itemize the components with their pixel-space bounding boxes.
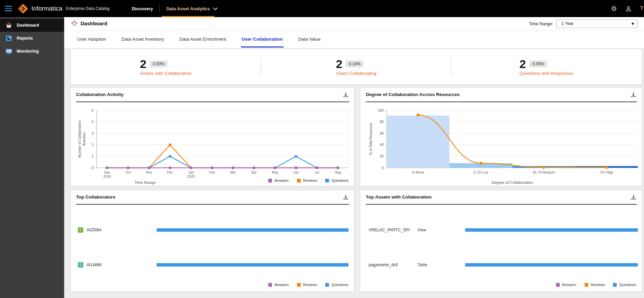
degree-of-collaboration-panel: Degree of Collaboration Across Resources… [360,87,642,186]
svg-text:Aug: Aug [335,171,341,174]
svg-text:0–None: 0–None [412,171,424,174]
download-icon[interactable] [342,91,349,98]
svg-text:16–75 Medium: 16–75 Medium [532,171,555,174]
tab-data-asset-inventory[interactable]: Data Asset Inventory [121,31,165,48]
row-label: I420064 [87,228,101,232]
svg-text:Number of CollaborationActivit: Number of CollaborationActivities [78,121,86,158]
top-assets-chart: VRELAC_PARTC_SPIViewpagamento_dcfiTable [360,205,642,292]
svg-text:Sep: Sep [104,171,110,174]
svg-text:Jan: Jan [188,171,194,174]
asset-row: VRELAC_PARTC_SPIView [360,227,642,233]
svg-text:Oct: Oct [125,171,131,174]
svg-text:80: 80 [380,120,384,124]
legend-item-answers: Answers [268,178,289,182]
nav-item-discovery[interactable]: Discovery [127,0,157,17]
sidebar-item-monitoring[interactable]: Monitoring [0,45,64,58]
svg-text:4: 4 [91,120,94,124]
top-collaborators-panel: Top Collaborators II420064II414866 Answe… [70,190,354,292]
time-range-value: 1 Year [561,21,573,26]
degree-of-collaboration-chart: 0204060801000–None1–15 Low16–75 Medium75… [360,102,642,186]
legend-item-questions: Questions [613,283,636,287]
svg-text:Feb: Feb [209,171,215,174]
svg-text:75+ High: 75+ High [600,171,613,174]
panel-title: Degree of Collaboration Across Resources [366,92,460,97]
time-range-label: Time Range: [529,22,553,26]
legend-item-questions: Questions [325,178,348,182]
topbar-icons: ⚙ ? [611,4,644,13]
chart-legend: AnswersReviewsQuestions [556,283,636,287]
svg-text:Degree of Collaboration: Degree of Collaboration [491,180,533,185]
sidebar-item-dashboard[interactable]: Dashboard [0,19,64,32]
svg-text:2: 2 [91,143,94,147]
legend-swatch [585,283,588,287]
kpi-change-badge: 0.14% [346,60,363,67]
chart-legend: AnswersReviewsQuestions [268,178,348,182]
page-title: Dashboard [81,21,107,26]
kpi-label-link[interactable]: Users Collaborating [336,71,376,76]
legend-swatch [297,283,301,287]
svg-text:20: 20 [380,154,384,158]
time-range-dropdown[interactable]: 1 Year ▼ [556,19,638,28]
svg-text:3: 3 [91,132,94,135]
svg-text:40: 40 [380,143,384,147]
user-initial-badge: I [78,227,83,233]
row-label: VRELAC_PARTC_SPI [369,228,410,232]
kpi-assets-with-collaboration: 2 0.00% Assets with Collaboration [71,49,261,84]
legend-swatch [325,179,329,182]
kpi-label-link[interactable]: Questions and Responses [519,71,573,76]
chart-legend: AnswersReviewsQuestions [268,283,348,287]
sidebar-item-reports[interactable]: Reports [0,32,64,45]
legend-swatch [268,283,272,287]
row-label: I414866 [87,262,101,267]
questions-bar [465,263,638,267]
tab-user-collaboration[interactable]: User Collaboration [241,31,284,48]
svg-text:% of Total Resources: % of Total Resources [369,123,373,155]
collaborator-row: II420064 [71,227,354,233]
download-icon[interactable] [630,194,637,201]
main-content: Dashboard Time Range: 1 Year ▼ User Adop… [64,17,644,298]
sidebar-item-label: Reports [17,36,33,41]
legend-item-answers: Answers [556,283,576,287]
legend-swatch [613,283,617,287]
tab-data-asset-enrichment[interactable]: Data Asset Enrichment [178,31,227,48]
bar-line-chart-svg: 0204060801000–None1–15 Low16–75 Medium75… [360,102,642,187]
questions-bar [157,228,348,232]
chevron-down-icon[interactable] [213,7,218,10]
nav-item-data-asset-analytics[interactable]: Data Asset Analytics [162,0,214,17]
tab-data-value[interactable]: Data Value [298,31,321,48]
kpi-label-link[interactable]: Assets with Collaboration [140,71,192,76]
reports-icon [5,35,12,42]
sidebar-item-label: Monitoring [17,49,39,54]
user-profile-icon[interactable] [625,5,632,12]
product-name: Enterprise Data Catalog [66,6,110,11]
legend-swatch [297,179,301,182]
download-icon[interactable] [630,91,637,98]
dropdown-caret-icon[interactable]: ▼ [628,20,637,28]
tab-user-adoption[interactable]: User Adoption [76,31,107,48]
svg-text:100: 100 [378,109,384,112]
sidebar-item-label: Dashboard [17,23,39,28]
asset-type: View [417,228,426,232]
svg-text:5: 5 [91,109,94,112]
nav-divider [159,4,160,13]
kpi-questions-and-responses: 2 0.00% Questions and Responses [451,49,642,84]
monitoring-icon [5,48,12,55]
svg-text:60: 60 [380,132,384,135]
legend-item-reviews: Reviews [297,178,317,182]
kpi-change-badge: 0.00% [150,60,168,67]
help-icon[interactable]: ? [640,5,644,12]
svg-text:Apr: Apr [251,171,257,174]
svg-text:2025: 2025 [187,175,195,178]
download-icon[interactable] [342,194,349,201]
hamburger-menu-icon[interactable] [5,4,12,13]
brand-name: Informatica [31,5,62,12]
informatica-logo-icon [18,3,28,14]
kpi-value: 2 [140,58,146,70]
degree-bar [387,116,449,168]
collaboration-activity-panel: Collaboration Activity 012345Sep2024OctN… [70,87,354,186]
svg-text:0: 0 [91,166,94,170]
questions-bar [465,228,638,232]
settings-gear-icon[interactable]: ⚙ [611,4,617,13]
top-collaborators-chart: II420064II414866 [71,205,354,292]
line-chart-svg: 012345Sep2024OctNovDecJan2025FebMarAprMa… [71,102,355,187]
